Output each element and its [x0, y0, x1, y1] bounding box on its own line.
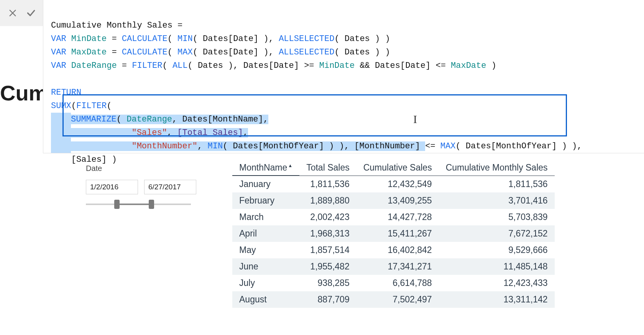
table-cell: 17,341,271	[356, 258, 439, 275]
date-slider-range	[115, 204, 154, 205]
table-cell: 16,402,842	[356, 242, 439, 258]
table-cell: 887,709	[299, 291, 356, 308]
confirm-button[interactable]	[25, 7, 38, 20]
table-cell: June	[232, 258, 299, 275]
table-cell: 15,411,267	[356, 225, 439, 242]
results-table-visual[interactable]: MonthName▲ Total Sales Cumulative Sales …	[232, 160, 575, 308]
table-cell: July	[232, 275, 299, 291]
table-cell: 3,701,416	[439, 192, 555, 209]
table-cell: 7,502,497	[356, 291, 439, 308]
dax-code[interactable]: Cumulative Monthly Sales = VAR MinDate =…	[51, 5, 644, 180]
date-slider-thumb-end[interactable]	[149, 200, 154, 209]
col-header-cumulative-monthly-sales[interactable]: Cumulative Monthly Sales	[439, 160, 555, 176]
table-cell: 1,811,536	[439, 176, 555, 192]
col-header-monthname[interactable]: MonthName▲	[232, 160, 299, 176]
table-cell: 9,529,666	[439, 242, 555, 258]
table-cell: March	[232, 209, 299, 225]
table-cell: 1,889,880	[299, 192, 356, 209]
table-cell: 1,955,482	[299, 258, 356, 275]
table-cell: February	[232, 192, 299, 209]
table-cell: 11,485,148	[439, 258, 555, 275]
table-cell: 1,968,313	[299, 225, 356, 242]
table-cell: 12,423,433	[439, 275, 555, 291]
table-cell: January	[232, 176, 299, 192]
table-cell: 938,285	[299, 275, 356, 291]
col-header-total-sales[interactable]: Total Sales	[299, 160, 356, 176]
table-cell: 13,409,255	[356, 192, 439, 209]
results-table: MonthName▲ Total Sales Cumulative Sales …	[232, 160, 555, 308]
page-title-fragment: Cum	[0, 80, 48, 105]
table-cell: 13,311,142	[439, 291, 555, 308]
table-cell: 12,432,549	[356, 176, 439, 192]
sort-asc-icon: ▲	[288, 163, 292, 168]
date-slicer[interactable]: Date	[86, 164, 196, 205]
table-cell: 7,672,152	[439, 225, 555, 242]
formula-bar[interactable]: Cumulative Monthly Sales = VAR MinDate =…	[43, 0, 644, 153]
table-row[interactable]: February1,889,88013,409,2553,701,416	[232, 192, 555, 209]
date-slider-thumb-start[interactable]	[114, 200, 120, 209]
table-row[interactable]: July938,2856,614,78812,423,433	[232, 275, 555, 291]
slicer-label: Date	[86, 164, 196, 173]
table-cell: April	[232, 225, 299, 242]
table-cell: 6,614,788	[356, 275, 439, 291]
date-from-input[interactable]	[86, 180, 138, 194]
table-cell: 5,703,839	[439, 209, 555, 225]
table-row[interactable]: June1,955,48217,341,27111,485,148	[232, 258, 555, 275]
date-slider[interactable]	[86, 204, 191, 205]
table-row[interactable]: May1,857,51416,402,8429,529,666	[232, 242, 555, 258]
table-cell: May	[232, 242, 299, 258]
table-row[interactable]: April1,968,31315,411,2677,672,152	[232, 225, 555, 242]
table-cell: 2,002,423	[299, 209, 356, 225]
cancel-button[interactable]	[6, 7, 19, 20]
date-to-input[interactable]	[144, 180, 196, 194]
table-cell: 1,811,536	[299, 176, 356, 192]
table-row[interactable]: March2,002,42314,427,7285,703,839	[232, 209, 555, 225]
table-row[interactable]: August887,7097,502,49713,311,142	[232, 291, 555, 308]
table-row[interactable]: January1,811,53612,432,5491,811,536	[232, 176, 555, 192]
formula-bar-toolbar	[0, 0, 43, 26]
table-cell: August	[232, 291, 299, 308]
table-cell: 1,857,514	[299, 242, 356, 258]
table-cell: 14,427,728	[356, 209, 439, 225]
col-header-cumulative-sales[interactable]: Cumulative Sales	[356, 160, 439, 176]
